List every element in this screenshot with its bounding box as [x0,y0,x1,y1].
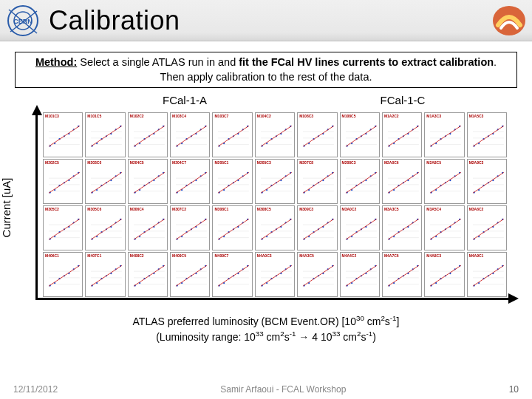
xc-1sup: 30 [356,314,364,322]
mini-plot: M3A3C5 [382,205,422,250]
svg-line-346 [388,219,419,239]
method-bold: fit the FCal HV lines currents to extrac… [239,56,494,68]
mini-plot: M309C3 [297,205,337,250]
xc-2b: cm [264,330,281,342]
mini-plot: M108C5 [340,112,380,157]
mini-plot: M101C5 [85,112,125,157]
x-axis-line [35,298,511,300]
svg-line-104 [388,126,419,146]
label-fcal-a: FCal-1-A [66,94,303,106]
mini-plot: M1A5C3 [467,112,507,157]
mini-plot: M202C5 [43,159,83,204]
footer-page: 10 [509,384,519,395]
svg-line-71 [261,126,292,146]
mini-plot: M203C0 [85,159,125,204]
svg-line-412 [176,265,207,286]
mini-plot: M4A7C5 [382,252,422,297]
mini-plot: M2A9C3 [467,159,507,204]
svg-line-115 [430,126,461,146]
svg-line-225 [388,172,419,193]
svg-line-181 [218,172,249,193]
method-label: Method: [35,56,77,68]
svg-line-489 [473,265,504,286]
svg-line-126 [473,126,504,146]
mini-plot: M407C1 [85,252,125,297]
plot-area: Current [uA] M101C3M101C5M102C2M103C4M10… [16,108,522,307]
mini-plot: M204C7 [170,159,210,204]
mini-plot: M406C1 [43,252,83,297]
mini-plot: M207C8 [297,159,337,204]
xc-2c: s [284,330,290,342]
xc-2s6: -1 [366,330,372,338]
mini-plot: M208C3 [340,159,380,204]
mini-plot: M3A0C2 [340,205,380,250]
svg-line-291 [176,219,207,239]
mini-plot: M1A3C3 [424,112,464,157]
svg-line-93 [346,126,377,146]
x-axis-caption: ATLAS preferred luminosity (BCM Event.OR… [15,313,517,344]
svg-line-38 [134,126,165,146]
xc-2a: (Luminosity range: 10 [156,330,256,342]
svg-line-258 [49,219,80,239]
mini-plot: M4A9C1 [467,252,507,297]
svg-line-137 [49,172,80,193]
svg-line-401 [134,265,165,286]
svg-line-302 [218,219,249,239]
label-fcal-c: FCal-1-C [303,94,532,106]
mini-plot: M103C4 [170,112,210,157]
footer-center: Samir Arfaoui - FCAL Workshop [58,384,509,395]
svg-line-192 [261,172,292,193]
svg-line-445 [303,265,334,286]
svg-line-203 [303,172,334,193]
mini-plot: M409C7 [212,252,252,297]
svg-line-390 [91,265,122,286]
mini-plot: M3A5C4 [424,205,464,250]
cern-logo: CERN [4,2,41,39]
xc-2e: cm [340,330,357,342]
xc-arrow: → [296,330,312,342]
mini-plot: M205C1 [212,159,252,204]
svg-line-434 [261,265,292,286]
svg-line-478 [430,265,461,286]
svg-text:CERN: CERN [13,18,33,25]
mini-plot: M4A4C2 [340,252,380,297]
slide-header: CERN Calibration [0,0,532,41]
mini-plot: M4A8C3 [424,252,464,297]
svg-line-236 [430,172,461,193]
mini-plot: M308C1 [212,205,252,250]
svg-line-357 [430,219,461,239]
svg-line-423 [218,265,249,286]
xc-1b: cm [364,316,381,327]
mini-plot: M4A0C3 [255,252,295,297]
mini-plot: M308C5 [255,205,295,250]
mini-plot: M305C2 [43,205,83,250]
mini-plot: M408C2 [128,252,168,297]
y-axis-line [35,112,38,300]
svg-line-379 [49,265,80,286]
svg-line-280 [134,219,165,239]
svg-line-27 [91,126,122,146]
mini-plot: M103C7 [212,112,252,157]
page-title: Calibration [49,5,180,36]
section-labels: FCal-1-A FCal-1-C [66,94,532,106]
svg-line-247 [473,172,504,193]
slide-footer: 12/11/2012 Samir Arfaoui - FCAL Workshop… [0,384,532,395]
xc-2d: 4 10 [312,330,332,342]
mini-plot: M3A6C2 [467,205,507,250]
mini-plot: M104C2 [255,112,295,157]
chart-grid: M101C3M101C5M102C2M103C4M103C7M104C2M108… [43,112,507,297]
mini-plot: M2A8C5 [424,159,464,204]
svg-line-324 [303,219,334,239]
svg-line-16 [49,126,80,146]
method-box: Method: Select a single ATLAS run in and… [15,52,517,88]
mini-plot: M102C2 [128,112,168,157]
clic-logo [491,3,528,38]
svg-line-456 [346,265,377,286]
svg-line-368 [473,219,504,239]
svg-line-148 [91,172,122,193]
xc-1c: s [385,316,390,327]
xc-2g: ) [372,330,376,342]
svg-line-159 [134,172,165,193]
svg-line-60 [218,126,249,146]
xc-1d: ] [397,316,400,327]
